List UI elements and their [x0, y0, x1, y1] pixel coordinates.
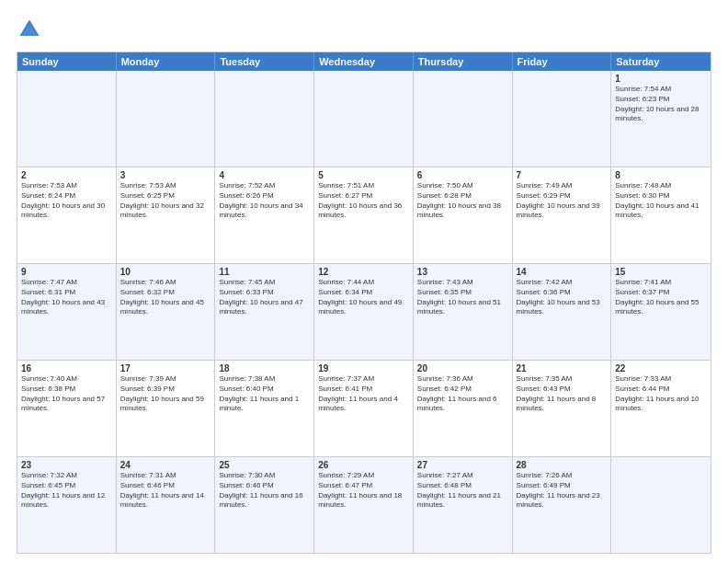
day-cell-2: 2Sunrise: 7:53 AM Sunset: 6:24 PM Daylig…	[17, 167, 117, 263]
day-info: Sunrise: 7:32 AM Sunset: 6:45 PM Dayligh…	[21, 471, 112, 511]
day-info: Sunrise: 7:51 AM Sunset: 6:27 PM Dayligh…	[318, 181, 409, 221]
empty-cell-0-1	[117, 71, 216, 167]
header-day-monday: Monday	[117, 52, 216, 71]
logo-icon	[17, 17, 42, 42]
day-number: 27	[417, 460, 508, 470]
day-info: Sunrise: 7:45 AM Sunset: 6:33 PM Dayligh…	[219, 278, 310, 317]
header-day-sunday: Sunday	[17, 52, 117, 71]
day-info: Sunrise: 7:52 AM Sunset: 6:26 PM Dayligh…	[219, 181, 310, 221]
empty-cell-0-4	[414, 71, 513, 167]
day-cell-11: 11Sunrise: 7:45 AM Sunset: 6:33 PM Dayli…	[215, 264, 314, 360]
day-cell-14: 14Sunrise: 7:42 AM Sunset: 6:36 PM Dayli…	[513, 264, 612, 360]
day-cell-16: 16Sunrise: 7:40 AM Sunset: 6:38 PM Dayli…	[17, 361, 117, 456]
day-number: 22	[615, 363, 707, 373]
day-cell-23: 23Sunrise: 7:32 AM Sunset: 6:45 PM Dayli…	[17, 457, 117, 553]
day-number: 7	[517, 170, 608, 180]
day-info: Sunrise: 7:42 AM Sunset: 6:36 PM Dayligh…	[517, 278, 608, 317]
day-number: 10	[120, 267, 211, 277]
day-number: 12	[318, 267, 409, 277]
day-cell-26: 26Sunrise: 7:29 AM Sunset: 6:47 PM Dayli…	[314, 457, 414, 553]
day-cell-4: 4Sunrise: 7:52 AM Sunset: 6:26 PM Daylig…	[215, 167, 314, 263]
day-info: Sunrise: 7:27 AM Sunset: 6:48 PM Dayligh…	[417, 471, 508, 511]
day-info: Sunrise: 7:38 AM Sunset: 6:40 PM Dayligh…	[219, 374, 310, 414]
day-cell-18: 18Sunrise: 7:38 AM Sunset: 6:40 PM Dayli…	[215, 361, 314, 456]
day-cell-9: 9Sunrise: 7:47 AM Sunset: 6:31 PM Daylig…	[17, 264, 117, 360]
day-number: 11	[219, 267, 310, 277]
day-number: 24	[120, 460, 211, 470]
day-info: Sunrise: 7:29 AM Sunset: 6:47 PM Dayligh…	[318, 471, 409, 511]
day-info: Sunrise: 7:44 AM Sunset: 6:34 PM Dayligh…	[318, 278, 409, 317]
day-number: 4	[219, 170, 310, 180]
day-number: 19	[318, 363, 409, 373]
day-number: 20	[417, 363, 508, 373]
day-number: 2	[21, 170, 112, 180]
day-number: 16	[21, 363, 112, 373]
header-day-saturday: Saturday	[611, 52, 711, 71]
day-cell-19: 19Sunrise: 7:37 AM Sunset: 6:41 PM Dayli…	[314, 361, 414, 456]
day-info: Sunrise: 7:35 AM Sunset: 6:43 PM Dayligh…	[517, 374, 608, 414]
calendar-header: SundayMondayTuesdayWednesdayThursdayFrid…	[17, 52, 711, 71]
calendar-body: 1Sunrise: 7:54 AM Sunset: 6:23 PM Daylig…	[17, 71, 711, 553]
day-cell-6: 6Sunrise: 7:50 AM Sunset: 6:28 PM Daylig…	[414, 167, 513, 263]
day-number: 6	[417, 170, 508, 180]
empty-cell-0-3	[314, 71, 414, 167]
day-cell-15: 15Sunrise: 7:41 AM Sunset: 6:37 PM Dayli…	[611, 264, 711, 360]
header-day-wednesday: Wednesday	[314, 52, 414, 71]
calendar-row-1: 2Sunrise: 7:53 AM Sunset: 6:24 PM Daylig…	[17, 167, 711, 264]
day-info: Sunrise: 7:54 AM Sunset: 6:23 PM Dayligh…	[615, 85, 707, 124]
header-day-tuesday: Tuesday	[215, 52, 314, 71]
day-number: 8	[615, 170, 707, 180]
day-info: Sunrise: 7:31 AM Sunset: 6:46 PM Dayligh…	[120, 471, 211, 511]
calendar: SundayMondayTuesdayWednesdayThursdayFrid…	[17, 52, 711, 554]
day-number: 25	[219, 460, 310, 470]
day-info: Sunrise: 7:53 AM Sunset: 6:25 PM Dayligh…	[120, 181, 211, 221]
day-info: Sunrise: 7:26 AM Sunset: 6:49 PM Dayligh…	[517, 471, 608, 511]
day-info: Sunrise: 7:33 AM Sunset: 6:44 PM Dayligh…	[615, 374, 707, 414]
day-number: 21	[517, 363, 608, 373]
day-cell-24: 24Sunrise: 7:31 AM Sunset: 6:46 PM Dayli…	[117, 457, 216, 553]
day-info: Sunrise: 7:49 AM Sunset: 6:29 PM Dayligh…	[517, 181, 608, 221]
day-cell-27: 27Sunrise: 7:27 AM Sunset: 6:48 PM Dayli…	[414, 457, 513, 553]
header	[17, 17, 711, 42]
day-number: 3	[120, 170, 211, 180]
empty-cell-0-2	[215, 71, 314, 167]
calendar-row-0: 1Sunrise: 7:54 AM Sunset: 6:23 PM Daylig…	[17, 71, 711, 167]
day-number: 15	[615, 267, 707, 277]
day-info: Sunrise: 7:47 AM Sunset: 6:31 PM Dayligh…	[21, 278, 112, 317]
day-info: Sunrise: 7:37 AM Sunset: 6:41 PM Dayligh…	[318, 374, 409, 414]
calendar-row-4: 23Sunrise: 7:32 AM Sunset: 6:45 PM Dayli…	[17, 457, 711, 553]
day-cell-8: 8Sunrise: 7:48 AM Sunset: 6:30 PM Daylig…	[611, 167, 711, 263]
day-cell-1: 1Sunrise: 7:54 AM Sunset: 6:23 PM Daylig…	[611, 71, 711, 167]
day-number: 13	[417, 267, 508, 277]
day-info: Sunrise: 7:53 AM Sunset: 6:24 PM Dayligh…	[21, 181, 112, 221]
day-cell-22: 22Sunrise: 7:33 AM Sunset: 6:44 PM Dayli…	[611, 361, 711, 456]
day-cell-25: 25Sunrise: 7:30 AM Sunset: 6:46 PM Dayli…	[215, 457, 314, 553]
day-cell-17: 17Sunrise: 7:39 AM Sunset: 6:39 PM Dayli…	[117, 361, 216, 456]
day-info: Sunrise: 7:40 AM Sunset: 6:38 PM Dayligh…	[21, 374, 112, 414]
calendar-row-2: 9Sunrise: 7:47 AM Sunset: 6:31 PM Daylig…	[17, 264, 711, 361]
day-cell-3: 3Sunrise: 7:53 AM Sunset: 6:25 PM Daylig…	[117, 167, 216, 263]
day-number: 5	[318, 170, 409, 180]
day-cell-5: 5Sunrise: 7:51 AM Sunset: 6:27 PM Daylig…	[314, 167, 414, 263]
page: SundayMondayTuesdayWednesdayThursdayFrid…	[0, 0, 728, 563]
day-number: 18	[219, 363, 310, 373]
day-cell-10: 10Sunrise: 7:46 AM Sunset: 6:32 PM Dayli…	[117, 264, 216, 360]
empty-cell-0-0	[17, 71, 117, 167]
day-info: Sunrise: 7:39 AM Sunset: 6:39 PM Dayligh…	[120, 374, 211, 414]
day-cell-20: 20Sunrise: 7:36 AM Sunset: 6:42 PM Dayli…	[414, 361, 513, 456]
day-number: 9	[21, 267, 112, 277]
day-info: Sunrise: 7:48 AM Sunset: 6:30 PM Dayligh…	[615, 181, 707, 221]
header-day-friday: Friday	[513, 52, 612, 71]
day-number: 14	[517, 267, 608, 277]
day-number: 23	[21, 460, 112, 470]
day-info: Sunrise: 7:50 AM Sunset: 6:28 PM Dayligh…	[417, 181, 508, 221]
day-cell-13: 13Sunrise: 7:43 AM Sunset: 6:35 PM Dayli…	[414, 264, 513, 360]
day-number: 1	[615, 74, 707, 84]
day-info: Sunrise: 7:36 AM Sunset: 6:42 PM Dayligh…	[417, 374, 508, 414]
day-number: 26	[318, 460, 409, 470]
empty-cell-0-5	[513, 71, 612, 167]
day-cell-12: 12Sunrise: 7:44 AM Sunset: 6:34 PM Dayli…	[314, 264, 414, 360]
day-number: 17	[120, 363, 211, 373]
empty-cell-4-6	[611, 457, 711, 553]
logo	[17, 17, 46, 42]
